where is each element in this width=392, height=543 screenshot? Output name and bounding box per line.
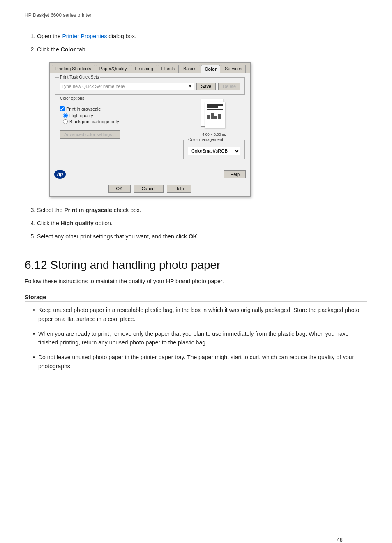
color-options-section: Color options Print in grayscale High qu…	[55, 99, 179, 143]
bullet-1: Keep unused photo paper in a resealable …	[33, 306, 367, 323]
storage-title: Storage	[25, 294, 367, 302]
instructions-before: Open the Printer Properties dialog box. …	[25, 30, 367, 55]
advanced-color-settings-button[interactable]: Advanced color settings...	[60, 130, 120, 139]
bar-1	[207, 115, 210, 119]
ok-button[interactable]: OK	[108, 185, 131, 193]
step-2: Click the Color tab.	[37, 44, 367, 55]
step-5: Select any other print settings that you…	[37, 231, 367, 242]
section-heading: 6.12 Storing and handling photo paper	[25, 259, 367, 272]
help-button-footer[interactable]: Help	[224, 170, 246, 178]
tab-color[interactable]: Color	[201, 65, 220, 73]
preview-line-1	[207, 104, 223, 106]
storage-bullets: Keep unused photo paper in a resealable …	[33, 306, 367, 371]
tab-paper-quality[interactable]: Paper/Quality	[96, 65, 131, 73]
help-button-bottom[interactable]: Help	[167, 185, 192, 193]
high-quality-radio[interactable]	[63, 113, 68, 118]
preview-line-2	[207, 106, 218, 108]
quick-sets-section: Print Task Quick Sets Type new Quick Set…	[55, 77, 245, 95]
black-cartridge-radio-row: Black print cartridge only	[63, 119, 175, 124]
step-3: Select the Print in grayscale check box.	[37, 204, 367, 216]
quick-sets-row: Type new Quick Set name here ▼ Save Dele…	[60, 83, 240, 90]
quick-sets-label: Print Task Quick Sets	[59, 75, 100, 79]
black-cartridge-radio[interactable]	[63, 119, 68, 124]
tab-finishing[interactable]: Finishing	[131, 65, 157, 73]
dialog-body: Print Task Quick Sets Type new Quick Set…	[50, 73, 250, 167]
quick-set-arrow-icon: ▼	[188, 84, 192, 88]
grayscale-label: Print in grayscale	[66, 106, 101, 111]
high-quality-radio-row: High quality	[63, 113, 175, 118]
footer-right: Help	[224, 170, 246, 178]
color-management-select[interactable]: ColorSmart/sRGB sRGB Color	[188, 147, 240, 155]
color-management-section: Color management ColorSmart/sRGB sRGB Co…	[183, 140, 245, 159]
section-intro: Follow these instructions to maintain th…	[25, 277, 367, 286]
step-4: Click the High quality option.	[37, 217, 367, 229]
dialog-tabs: Printing Shortcuts Paper/Quality Finishi…	[50, 63, 250, 73]
printer-properties-dialog: Printing Shortcuts Paper/Quality Finishi…	[49, 62, 251, 197]
grayscale-checkbox[interactable]	[60, 106, 65, 111]
delete-quick-set-button[interactable]: Delete	[218, 83, 240, 90]
dialog-bottom-buttons: OK Cancel Help	[50, 182, 250, 196]
color-options-label: Color options	[59, 96, 85, 101]
tab-basics[interactable]: Basics	[180, 65, 200, 73]
dialog-footer: hp Help	[50, 167, 250, 182]
preview-page-front	[205, 102, 225, 128]
grayscale-checkbox-row: Print in grayscale	[60, 106, 175, 111]
hp-logo-text: hp	[57, 171, 63, 177]
bar-3	[214, 116, 217, 119]
high-quality-label: High quality	[69, 113, 93, 118]
preview-line-3	[207, 109, 223, 110]
instructions-after: Select the Print in grayscale check box.…	[25, 204, 367, 242]
bar-2	[211, 113, 214, 119]
quick-set-placeholder: Type new Quick Set name here	[62, 84, 125, 89]
dialog-wrapper: Printing Shortcuts Paper/Quality Finishi…	[49, 62, 367, 197]
section-612: 6.12 Storing and handling photo paper Fo…	[25, 259, 367, 371]
page-number: 48	[337, 537, 343, 543]
print-preview-area: 4.00 × 6.00 in.	[183, 99, 245, 136]
page-header: HP Deskjet 6600 series printer	[25, 12, 367, 18]
printer-properties-link[interactable]: Printer Properties	[62, 33, 107, 39]
tab-effects[interactable]: Effects	[158, 65, 179, 73]
color-mgmt-label: Color management	[187, 137, 224, 142]
black-cartridge-label: Black print cartridge only	[69, 119, 119, 124]
bar-4	[218, 114, 221, 119]
cancel-button[interactable]: Cancel	[134, 185, 164, 193]
step-1: Open the Printer Properties dialog box.	[37, 30, 367, 42]
tab-services[interactable]: Services	[221, 65, 246, 73]
preview-chart	[207, 111, 223, 119]
save-quick-set-button[interactable]: Save	[196, 83, 216, 90]
header-text: HP Deskjet 6600 series printer	[25, 12, 92, 18]
quick-set-input[interactable]: Type new Quick Set name here ▼	[60, 83, 194, 90]
hp-logo: hp	[54, 170, 66, 179]
tab-printing-shortcuts[interactable]: Printing Shortcuts	[52, 65, 95, 73]
bullet-3: Do not leave unused photo paper in the p…	[33, 353, 367, 371]
bullet-2: When you are ready to print, remove only…	[33, 330, 367, 347]
preview-size-label: 4.00 × 6.00 in.	[202, 132, 226, 136]
